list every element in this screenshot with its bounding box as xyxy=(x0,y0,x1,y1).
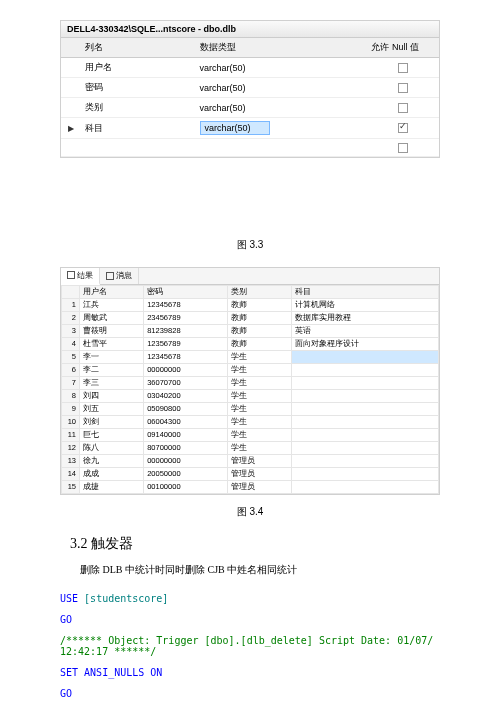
grid-cell-user[interactable]: 成捷 xyxy=(80,480,144,493)
grid-cell-subject[interactable] xyxy=(291,428,438,441)
grid-cell-user[interactable]: 杜雪平 xyxy=(80,337,144,350)
designer-cell-null[interactable] xyxy=(367,139,439,157)
allow-null-checkbox[interactable] xyxy=(398,143,408,153)
grid-row[interactable]: 15成捷00100000管理员 xyxy=(62,480,439,493)
grid-row[interactable]: 2周敏武23456789教师数据库实用教程 xyxy=(62,311,439,324)
grid-cell-user[interactable]: 成成 xyxy=(80,467,144,480)
grid-cell-type[interactable]: 学生 xyxy=(227,363,291,376)
allow-null-checkbox[interactable] xyxy=(398,63,408,73)
grid-cell-subject[interactable]: 英语 xyxy=(291,324,438,337)
grid-row[interactable]: 14成成20050000管理员 xyxy=(62,467,439,480)
grid-cell-pass[interactable]: 36070700 xyxy=(144,376,228,389)
grid-row[interactable]: 6李二00000000学生 xyxy=(62,363,439,376)
designer-cell-name[interactable]: 科目 xyxy=(81,118,196,139)
grid-row[interactable]: 4杜雪平12356789教师面向对象程序设计 xyxy=(62,337,439,350)
grid-cell-subject[interactable] xyxy=(291,376,438,389)
grid-cell-type[interactable]: 教师 xyxy=(227,311,291,324)
grid-cell-user[interactable]: 刘剑 xyxy=(80,415,144,428)
grid-cell-type[interactable]: 教师 xyxy=(227,337,291,350)
grid-row[interactable]: 8刘四03040200学生 xyxy=(62,389,439,402)
grid-row[interactable]: 3曹筱明81239828教师英语 xyxy=(62,324,439,337)
grid-row[interactable]: 12陈八80700000学生 xyxy=(62,441,439,454)
designer-cell-null[interactable] xyxy=(367,118,439,139)
designer-cell-null[interactable] xyxy=(367,58,439,78)
grid-row[interactable]: 11巨七09140000学生 xyxy=(62,428,439,441)
designer-cell-name[interactable] xyxy=(81,139,196,157)
grid-cell-pass[interactable]: 05090800 xyxy=(144,402,228,415)
tab-消息[interactable]: 消息 xyxy=(100,268,139,284)
grid-cell-pass[interactable]: 81239828 xyxy=(144,324,228,337)
grid-row[interactable]: 10刘剑06004300学生 xyxy=(62,415,439,428)
grid-cell-subject[interactable] xyxy=(291,480,438,493)
grid-cell-user[interactable]: 刘四 xyxy=(80,389,144,402)
grid-cell-pass[interactable]: 80700000 xyxy=(144,441,228,454)
grid-cell-subject[interactable] xyxy=(291,454,438,467)
grid-cell-subject[interactable] xyxy=(291,389,438,402)
grid-cell-type[interactable]: 管理员 xyxy=(227,480,291,493)
designer-cell-name[interactable]: 类别 xyxy=(81,98,196,118)
grid-cell-pass[interactable]: 23456789 xyxy=(144,311,228,324)
grid-cell-type[interactable]: 学生 xyxy=(227,428,291,441)
grid-cell-user[interactable]: 周敏武 xyxy=(80,311,144,324)
grid-cell-type[interactable]: 学生 xyxy=(227,402,291,415)
grid-cell-type[interactable]: 学生 xyxy=(227,376,291,389)
designer-row[interactable]: 用户名varchar(50) xyxy=(61,58,439,78)
allow-null-checkbox[interactable] xyxy=(398,123,408,133)
grid-cell-type[interactable]: 学生 xyxy=(227,441,291,454)
grid-cell-subject[interactable] xyxy=(291,363,438,376)
grid-cell-subject[interactable] xyxy=(291,467,438,480)
designer-cell-type[interactable] xyxy=(196,139,368,157)
designer-row-empty[interactable] xyxy=(61,139,439,157)
grid-row[interactable]: 1江兵12345678教师计算机网络 xyxy=(62,298,439,311)
grid-cell-pass[interactable]: 06004300 xyxy=(144,415,228,428)
designer-cell-null[interactable] xyxy=(367,98,439,118)
grid-cell-subject[interactable]: 面向对象程序设计 xyxy=(291,337,438,350)
designer-row[interactable]: 密码varchar(50) xyxy=(61,78,439,98)
designer-cell-type[interactable]: varchar(50) xyxy=(196,98,368,118)
grid-cell-type[interactable]: 学生 xyxy=(227,415,291,428)
grid-cell-user[interactable]: 徐九 xyxy=(80,454,144,467)
tab-结果[interactable]: 结果 xyxy=(61,268,100,285)
allow-null-checkbox[interactable] xyxy=(398,83,408,93)
allow-null-checkbox[interactable] xyxy=(398,103,408,113)
grid-cell-pass[interactable]: 12356789 xyxy=(144,337,228,350)
grid-cell-user[interactable]: 李三 xyxy=(80,376,144,389)
grid-cell-user[interactable]: 曹筱明 xyxy=(80,324,144,337)
designer-cell-name[interactable]: 密码 xyxy=(81,78,196,98)
grid-cell-subject[interactable] xyxy=(291,350,438,363)
designer-cell-type[interactable]: varchar(50) xyxy=(196,118,368,139)
grid-cell-subject[interactable] xyxy=(291,402,438,415)
grid-cell-type[interactable]: 管理员 xyxy=(227,467,291,480)
grid-cell-subject[interactable] xyxy=(291,441,438,454)
grid-cell-type[interactable]: 教师 xyxy=(227,298,291,311)
grid-cell-user[interactable]: 李一 xyxy=(80,350,144,363)
designer-cell-type[interactable]: varchar(50) xyxy=(196,78,368,98)
designer-row[interactable]: 类别varchar(50) xyxy=(61,98,439,118)
grid-cell-user[interactable]: 巨七 xyxy=(80,428,144,441)
grid-cell-pass[interactable]: 00000000 xyxy=(144,363,228,376)
grid-cell-pass[interactable]: 09140000 xyxy=(144,428,228,441)
grid-row[interactable]: 5李一12345678学生 xyxy=(62,350,439,363)
grid-cell-user[interactable]: 陈八 xyxy=(80,441,144,454)
grid-cell-user[interactable]: 李二 xyxy=(80,363,144,376)
grid-row[interactable]: 9刘五05090800学生 xyxy=(62,402,439,415)
grid-cell-pass[interactable]: 00000000 xyxy=(144,454,228,467)
grid-cell-user[interactable]: 江兵 xyxy=(80,298,144,311)
grid-cell-subject[interactable]: 计算机网络 xyxy=(291,298,438,311)
designer-row[interactable]: ▶科目varchar(50) xyxy=(61,118,439,139)
grid-cell-subject[interactable]: 数据库实用教程 xyxy=(291,311,438,324)
grid-cell-pass[interactable]: 20050000 xyxy=(144,467,228,480)
grid-cell-type[interactable]: 管理员 xyxy=(227,454,291,467)
designer-cell-null[interactable] xyxy=(367,78,439,98)
grid-cell-pass[interactable]: 03040200 xyxy=(144,389,228,402)
designer-cell-type[interactable]: varchar(50) xyxy=(196,58,368,78)
grid-cell-type[interactable]: 教师 xyxy=(227,324,291,337)
grid-cell-type[interactable]: 学生 xyxy=(227,389,291,402)
grid-cell-type[interactable]: 学生 xyxy=(227,350,291,363)
grid-cell-subject[interactable] xyxy=(291,415,438,428)
grid-cell-user[interactable]: 刘五 xyxy=(80,402,144,415)
grid-row[interactable]: 7李三36070700学生 xyxy=(62,376,439,389)
grid-row[interactable]: 13徐九00000000管理员 xyxy=(62,454,439,467)
grid-cell-pass[interactable]: 00100000 xyxy=(144,480,228,493)
designer-cell-name[interactable]: 用户名 xyxy=(81,58,196,78)
